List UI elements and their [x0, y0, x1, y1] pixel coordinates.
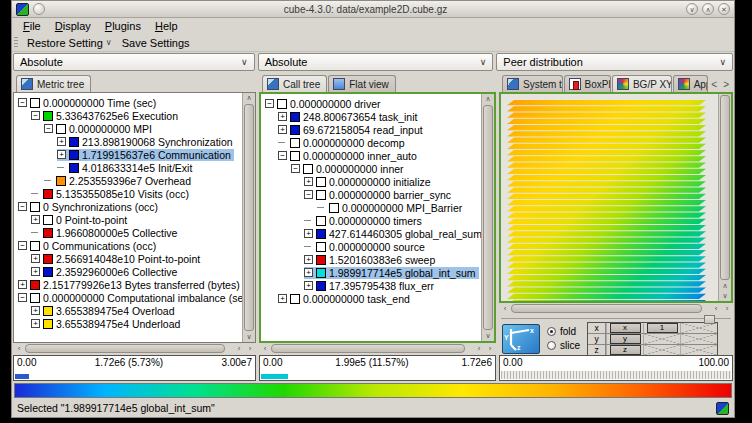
collapse-icon[interactable]: − [18, 98, 27, 107]
scrollbar-track[interactable] [25, 344, 233, 353]
metric-mode-combobox[interactable]: Absolute ∨ [13, 53, 255, 71]
scroll-down-icon[interactable]: ∨ [485, 331, 490, 341]
collapse-icon[interactable]: − [18, 241, 27, 250]
tab-scroll-right-icon[interactable]: > [721, 79, 731, 90]
tree-row[interactable]: +0.000000000 task_end [265, 292, 480, 305]
collapse-icon[interactable]: − [18, 202, 27, 211]
tab-scroll-left-icon[interactable]: < [709, 79, 719, 90]
scrollbar-thumb[interactable] [720, 95, 730, 280]
scrollbar-thumb[interactable] [483, 105, 493, 330]
expand-icon[interactable]: + [304, 281, 313, 290]
minimize-button[interactable]: ∨ [686, 3, 698, 15]
save-settings-button[interactable]: Save Settings [118, 37, 194, 49]
tree-row[interactable]: +2.359296000e6 Collective [18, 265, 241, 278]
metric-horizontal-scrollbar[interactable]: ‹ ‹ › [13, 343, 256, 354]
plot-vertical-scrollbar[interactable]: ∧ ∨ [718, 94, 731, 301]
collapse-icon[interactable]: − [304, 190, 313, 199]
tree-row[interactable]: −0 Communications (occ) [18, 239, 241, 252]
scroll-up-icon[interactable]: ∧ [722, 281, 727, 291]
scroll-left-icon[interactable]: ‹ [474, 344, 484, 353]
expand-icon[interactable]: + [278, 112, 287, 121]
tab-flat-view[interactable]: Flat view [328, 75, 395, 92]
scroll-right-icon[interactable]: › [485, 344, 495, 353]
tree-row[interactable]: +213.898190068 Synchronization [18, 135, 241, 148]
menu-help[interactable]: Help [148, 20, 185, 32]
dimension-button-y[interactable]: y [610, 334, 641, 344]
expand-icon[interactable]: + [31, 267, 40, 276]
tree-row[interactable]: +248.800673654 task_init [265, 110, 480, 123]
scroll-left-icon[interactable]: ‹ [14, 344, 24, 353]
tree-row[interactable]: 5.135355085e10 Visits (occ) [18, 187, 241, 200]
tree-row[interactable]: 0.000000000 timers [265, 214, 480, 227]
tree-row[interactable]: −0 Synchronizations (occ) [18, 200, 241, 213]
topology-plot[interactable]: ∧ ∨ [499, 92, 733, 303]
scroll-down-icon[interactable]: ∨ [246, 332, 251, 342]
scrollbar-thumb[interactable] [511, 304, 702, 313]
expand-icon[interactable]: + [57, 137, 66, 146]
scroll-left-icon[interactable]: ‹ [500, 304, 510, 313]
scroll-left-icon[interactable]: ‹ [260, 344, 270, 353]
tree-row[interactable]: +3.655389475e4 Overload [18, 304, 241, 317]
tree-row[interactable]: 0.000000000 MPI_Barrier [265, 201, 480, 214]
tree-row[interactable]: −0.000000000 Time (sec) [18, 96, 241, 109]
metric-vertical-scrollbar[interactable]: ∧ ∨ [242, 93, 255, 342]
scrollbar-thumb[interactable] [244, 104, 254, 331]
expand-icon[interactable]: + [304, 177, 313, 186]
tree-row[interactable]: +17.395795438 flux_err [265, 279, 480, 292]
scroll-up-icon[interactable]: ∧ [246, 93, 251, 103]
tree-row[interactable]: +0.000000000 initialize [265, 175, 480, 188]
tree-row[interactable]: +1.719915637e6 Communication [18, 148, 241, 161]
tree-row[interactable]: +427.614460305 global_real_sum [265, 227, 480, 240]
scroll-up-icon[interactable]: ∧ [485, 94, 490, 104]
menu-plugins[interactable]: Plugins [98, 20, 148, 32]
expand-icon[interactable]: + [57, 150, 66, 159]
scroll-right-icon[interactable]: › [245, 344, 255, 353]
expand-icon[interactable]: + [31, 215, 40, 224]
tree-row[interactable]: +0 Point-to-point [18, 213, 241, 226]
tree-row[interactable]: −0.000000000 inner_auto [265, 149, 480, 162]
expand-icon[interactable]: + [18, 280, 27, 289]
tab-metric-tree[interactable]: Metric tree [16, 75, 91, 92]
expand-icon[interactable]: + [304, 229, 313, 238]
expand-icon[interactable]: + [31, 306, 40, 315]
tab-boxplot[interactable]: BoxPlot [564, 75, 611, 92]
tree-row[interactable]: +69.672158054 read_input [265, 123, 480, 136]
tree-row[interactable]: −0.000000000 MPI [18, 122, 241, 135]
expand-icon[interactable]: + [304, 268, 313, 277]
tree-row[interactable]: 2.253559396e7 Overhead [18, 174, 241, 187]
tree-row[interactable]: 1.966080000e5 Collective [18, 226, 241, 239]
restore-setting-button[interactable]: Restore Setting ∨ [23, 37, 116, 49]
menu-file[interactable]: File [16, 20, 48, 32]
toolbar-handle[interactable] [14, 37, 18, 49]
maximize-button[interactable]: ∧ [702, 3, 714, 15]
expand-icon[interactable]: + [278, 294, 287, 303]
tree-row[interactable]: 4.018633314e5 Init/Exit [18, 161, 241, 174]
menu-display[interactable]: Display [48, 20, 98, 32]
expand-icon[interactable]: + [304, 255, 313, 264]
scrollbar-thumb[interactable] [271, 344, 465, 353]
tree-row[interactable]: −0.000000000 inner [265, 162, 480, 175]
plot-horizontal-scrollbar[interactable]: ‹ ‹ › [499, 303, 733, 314]
expand-icon[interactable]: + [31, 254, 40, 263]
expand-icon[interactable]: + [278, 125, 287, 134]
window-menu-icon[interactable] [33, 3, 45, 15]
scrollbar-track[interactable] [271, 344, 473, 353]
call-horizontal-scrollbar[interactable]: ‹ ‹ › [259, 343, 496, 354]
expand-icon[interactable]: + [31, 319, 40, 328]
topology-layers[interactable] [503, 98, 711, 303]
tree-row[interactable]: +1.520160383e6 sweep [265, 253, 480, 266]
collapse-icon[interactable]: − [44, 124, 53, 133]
tree-row[interactable]: +3.655389475e4 Underload [18, 317, 241, 330]
tab-bg-p-xyzt[interactable]: BG/P XYZT [612, 75, 672, 92]
call-tree-view[interactable]: −0.000000000 driver+248.800673654 task_i… [259, 92, 496, 343]
dimension-button-1[interactable]: 1 [647, 323, 678, 333]
scrollbar-thumb[interactable] [25, 344, 225, 353]
collapse-icon[interactable]: − [291, 164, 300, 173]
tree-row[interactable]: −0.000000000 driver [265, 97, 480, 110]
tab-call-tree[interactable]: Call tree [262, 75, 327, 92]
collapse-icon[interactable]: − [31, 111, 40, 120]
tree-row[interactable]: +2.566914048e10 Point-to-point [18, 252, 241, 265]
chevron-down-icon[interactable]: ∨ [106, 38, 112, 47]
scroll-left-icon[interactable]: ‹ [711, 304, 721, 313]
slice-radio[interactable]: slice [547, 340, 580, 351]
